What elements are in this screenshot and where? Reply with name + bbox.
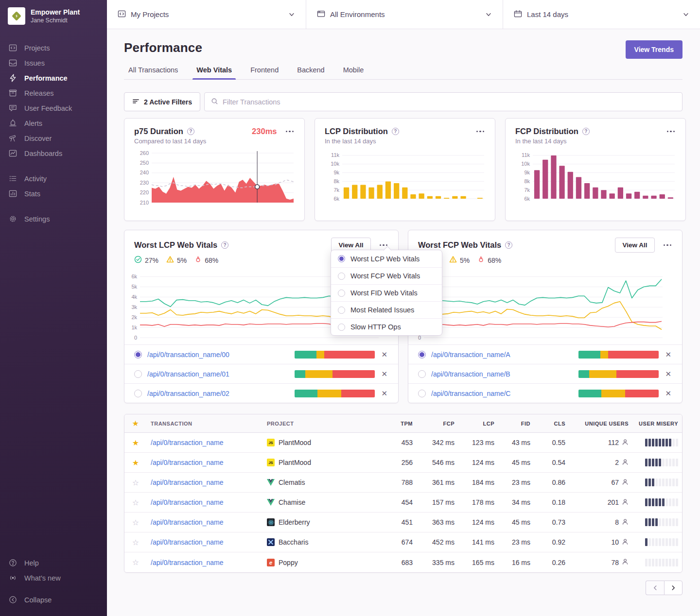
svg-text:11k: 11k bbox=[331, 152, 339, 158]
sidebar-item-whats-new[interactable]: What’s new bbox=[0, 570, 107, 585]
transaction-link[interactable]: /api/0/transaction_name bbox=[151, 518, 223, 526]
lcp-cell: 124 ms bbox=[458, 518, 498, 526]
user-misery-bar bbox=[636, 518, 678, 526]
transaction-radio[interactable] bbox=[418, 351, 426, 359]
view-all-button[interactable]: View All bbox=[615, 238, 654, 253]
question-tooltip-icon[interactable]: ? bbox=[582, 128, 590, 135]
sidebar-item-label: Alerts bbox=[24, 120, 42, 127]
overflow-menu-button[interactable] bbox=[663, 242, 673, 248]
dropdown-item-worst-fid-web-vitals[interactable]: Worst FID Web Vitals bbox=[331, 284, 442, 301]
cls-cell: 0.26 bbox=[534, 559, 569, 566]
unique-users-cell: 67 bbox=[569, 479, 632, 487]
transaction-link[interactable]: /api/0/transaction_name/02 bbox=[147, 390, 289, 397]
star-outline-icon[interactable]: ☆ bbox=[124, 478, 147, 487]
view-trends-button[interactable]: View Trends bbox=[626, 40, 682, 59]
tab-frontend[interactable]: Frontend bbox=[248, 66, 280, 79]
question-tooltip-icon[interactable]: ? bbox=[505, 241, 512, 249]
dropdown-item-worst-fcp-web-vitals[interactable]: Worst FCP Web Vitals bbox=[331, 267, 442, 284]
close-icon[interactable]: ✕ bbox=[664, 389, 672, 398]
search-input[interactable] bbox=[223, 98, 676, 106]
close-icon[interactable]: ✕ bbox=[664, 350, 672, 359]
unique-users-cell: 8 bbox=[569, 518, 632, 527]
sidebar-item-stats[interactable]: Stats bbox=[0, 186, 107, 201]
tab-backend[interactable]: Backend bbox=[295, 66, 326, 79]
star-outline-icon[interactable]: ☆ bbox=[124, 558, 147, 567]
transaction-link[interactable]: /api/0/transaction_name/C bbox=[431, 390, 573, 397]
dropdown-radio bbox=[338, 273, 345, 280]
project-selector[interactable]: My Projects bbox=[107, 0, 306, 29]
check-circle-icon bbox=[134, 256, 142, 265]
transaction-radio[interactable] bbox=[134, 370, 142, 378]
sidebar-item-issues[interactable]: Issues bbox=[0, 55, 107, 70]
column-header-tpm[interactable]: TPM bbox=[385, 421, 417, 427]
transaction-link[interactable]: /api/0/transaction_name bbox=[151, 538, 223, 546]
transaction-radio[interactable] bbox=[134, 351, 142, 359]
dropdown-item-slow-http-ops[interactable]: Slow HTTP Ops bbox=[331, 318, 442, 335]
sidebar-item-projects[interactable]: Projects bbox=[0, 40, 107, 55]
sidebar-item-help[interactable]: Help bbox=[0, 555, 107, 570]
sidebar-item-label: Settings bbox=[24, 215, 50, 223]
transaction-link[interactable]: /api/0/transaction_name bbox=[151, 439, 223, 446]
column-header-fid[interactable]: FID bbox=[498, 421, 534, 427]
star-filled-icon[interactable]: ★ bbox=[124, 458, 147, 467]
org-switcher[interactable]: Empower Plant Jane Schmidt bbox=[0, 0, 107, 30]
transaction-radio[interactable] bbox=[134, 390, 142, 397]
column-header-lcp[interactable]: LCP bbox=[458, 421, 498, 427]
transaction-link[interactable]: /api/0/transaction_name bbox=[151, 559, 223, 566]
transaction-cell: /api/0/transaction_name bbox=[147, 498, 263, 506]
next-page-button[interactable] bbox=[664, 581, 682, 595]
sidebar-item-dashboards[interactable]: Dashboards bbox=[0, 146, 107, 161]
overflow-menu-button[interactable] bbox=[475, 129, 486, 135]
transaction-link[interactable]: /api/0/transaction_name/00 bbox=[147, 351, 289, 359]
previous-page-button[interactable] bbox=[646, 581, 664, 595]
close-icon[interactable]: ✕ bbox=[380, 389, 388, 398]
column-header-transaction[interactable]: TRANSACTION bbox=[147, 421, 263, 427]
fid-cell: 16 ms bbox=[498, 559, 534, 566]
transaction-radio[interactable] bbox=[418, 390, 426, 397]
javascript-platform-icon: JS bbox=[267, 459, 275, 466]
star-outline-icon[interactable]: ☆ bbox=[124, 518, 147, 527]
dropdown-item-worst-lcp-web-vitals[interactable]: Worst LCP Web Vitals bbox=[331, 250, 442, 267]
column-header-fcp[interactable]: FCP bbox=[417, 421, 458, 427]
transaction-radio[interactable] bbox=[418, 370, 426, 378]
overflow-menu-button[interactable] bbox=[666, 129, 676, 135]
overflow-menu-button[interactable] bbox=[285, 129, 295, 135]
svg-text:8k: 8k bbox=[524, 178, 530, 184]
active-filters-button[interactable]: 2 Active Filters bbox=[124, 92, 200, 111]
column-header-unique-users[interactable]: UNIQUE USERS bbox=[569, 421, 632, 427]
transaction-link[interactable]: /api/0/transaction_name/B bbox=[431, 370, 573, 378]
transaction-link[interactable]: /api/0/transaction_name/A bbox=[431, 351, 573, 359]
close-icon[interactable]: ✕ bbox=[380, 350, 388, 359]
transaction-link[interactable]: /api/0/transaction_name bbox=[151, 498, 223, 506]
tab-mobile[interactable]: Mobile bbox=[341, 66, 366, 79]
star-outline-icon[interactable]: ☆ bbox=[124, 538, 147, 547]
star-outline-icon[interactable]: ☆ bbox=[124, 498, 147, 507]
sidebar-item-collapse[interactable]: Collapse bbox=[0, 592, 107, 607]
sidebar-item-discover[interactable]: Discover bbox=[0, 131, 107, 146]
question-tooltip-icon[interactable]: ? bbox=[392, 128, 399, 135]
column-header-cls[interactable]: CLS bbox=[534, 421, 569, 427]
close-icon[interactable]: ✕ bbox=[664, 369, 672, 378]
daterange-selector[interactable]: Last 14 days bbox=[503, 0, 700, 29]
question-tooltip-icon[interactable]: ? bbox=[221, 241, 228, 249]
vitals-stat-value: 5% bbox=[460, 257, 470, 264]
transaction-link[interactable]: /api/0/transaction_name bbox=[151, 479, 223, 486]
sidebar-item-settings[interactable]: Settings bbox=[0, 211, 107, 226]
transaction-link[interactable]: /api/0/transaction_name/01 bbox=[147, 370, 289, 378]
tpm-cell: 451 bbox=[385, 518, 417, 526]
column-header-project[interactable]: PROJECT bbox=[263, 421, 385, 427]
sidebar-item-performance[interactable]: Performance bbox=[0, 70, 107, 86]
star-filled-icon[interactable]: ★ bbox=[124, 438, 147, 447]
column-header-user-misery[interactable]: USER MISERY bbox=[632, 421, 682, 427]
sidebar-item-releases[interactable]: Releases bbox=[0, 86, 107, 101]
environment-selector[interactable]: All Environments bbox=[306, 0, 503, 29]
sidebar-item-alerts[interactable]: Alerts bbox=[0, 116, 107, 131]
tab-web-vitals[interactable]: Web Vitals bbox=[194, 66, 234, 79]
question-tooltip-icon[interactable]: ? bbox=[187, 128, 194, 135]
transaction-link[interactable]: /api/0/transaction_name bbox=[151, 459, 223, 466]
dropdown-item-most-related-issues[interactable]: Most Related Issues bbox=[331, 301, 442, 318]
close-icon[interactable]: ✕ bbox=[380, 369, 388, 378]
sidebar-item-user-feedback[interactable]: User Feedback bbox=[0, 101, 107, 116]
sidebar-item-activity[interactable]: Activity bbox=[0, 171, 107, 186]
tab-all-transactions[interactable]: All Transactions bbox=[126, 66, 180, 79]
